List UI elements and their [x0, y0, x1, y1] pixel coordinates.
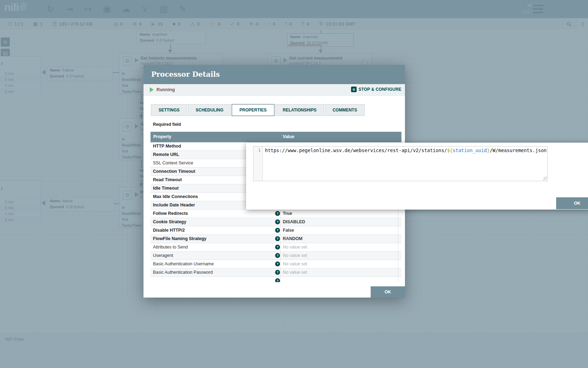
column-header-property: Property	[153, 134, 171, 139]
help-icon[interactable]: ?	[275, 278, 280, 282]
help-icon[interactable]: ?	[275, 211, 280, 216]
editor-ok-button[interactable]: OK	[556, 197, 588, 209]
help-icon[interactable]: ?	[275, 253, 280, 258]
stop-and-configure-button[interactable]: ⚙ STOP & CONFIGURE	[351, 87, 401, 92]
tab-settings[interactable]: SETTINGS	[151, 104, 187, 116]
help-icon[interactable]: ?	[275, 270, 280, 275]
url-value-text[interactable]: https://www.pegelonline.wsv.de/webservic…	[263, 146, 547, 181]
dialog-title: Processor Details	[151, 65, 220, 84]
table-row: Disable HTTP/2?False	[150, 226, 401, 235]
line-number: 1	[258, 148, 261, 153]
running-icon	[150, 87, 154, 92]
dialog-header: Processor Details	[144, 65, 405, 84]
required-field-note: Required field	[153, 122, 181, 127]
value-editor[interactable]: 1 https://www.pegelonline.wsv.de/webserv…	[253, 146, 548, 181]
help-icon[interactable]: ?	[275, 245, 280, 250]
resize-handle[interactable]	[543, 177, 547, 180]
tab-properties[interactable]: PROPERTIES	[232, 104, 274, 116]
table-row: Basic Authentication Password?No value s…	[150, 268, 401, 277]
table-row: Attributes to Send?No value set	[150, 243, 401, 252]
help-icon[interactable]: ?	[275, 228, 280, 233]
dialog-tabs: SETTINGS SCHEDULING PROPERTIES RELATIONS…	[151, 104, 365, 116]
line-number-gutter: 1	[253, 146, 263, 181]
table-row: Useragent?No value set	[150, 252, 401, 260]
table-row: FlowFile Naming Strategy?RANDOM	[150, 235, 401, 243]
table-header: Property Value	[150, 132, 401, 142]
table-row: Basic Authentication Username?No value s…	[150, 260, 401, 268]
value-editor-popup: 1 https://www.pegelonline.wsv.de/webserv…	[246, 143, 588, 210]
table-row: Cookie Strategy?DISABLED	[150, 218, 401, 226]
help-icon[interactable]: ?	[275, 261, 280, 266]
table-row-clipped: ?	[150, 277, 401, 282]
tab-relationships[interactable]: RELATIONSHIPS	[275, 104, 324, 116]
run-status-label: Running	[156, 87, 175, 92]
help-icon[interactable]: ?	[275, 236, 280, 241]
tab-comments[interactable]: COMMENTS	[325, 104, 365, 116]
column-header-value: Value	[283, 134, 294, 139]
tab-scheduling[interactable]: SCHEDULING	[188, 104, 231, 116]
dialog-ok-button[interactable]: OK	[371, 286, 405, 298]
gear-icon: ⚙	[351, 87, 357, 92]
dialog-status-bar: Running ⚙ STOP & CONFIGURE	[144, 84, 405, 96]
help-icon[interactable]: ?	[275, 219, 280, 224]
table-row: Follow Redirects?True	[150, 210, 401, 218]
